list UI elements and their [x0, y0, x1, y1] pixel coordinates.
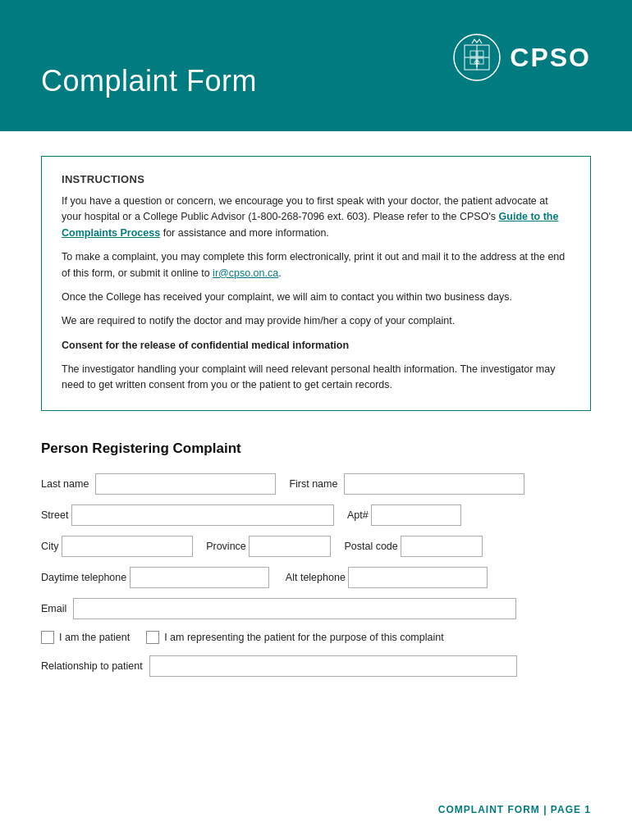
section-title: Person Registering Complaint: [41, 441, 591, 457]
patient-checkbox-group: I am the patient: [41, 631, 130, 644]
instructions-para-4: We are required to notify the doctor and…: [62, 313, 570, 329]
representing-checkbox-group: I am representing the patient for the pu…: [146, 631, 443, 644]
instructions-para-3: Once the College has received your compl…: [62, 290, 570, 305]
instructions-para2-text: To make a complaint, you may complete th…: [62, 251, 565, 278]
city-group: City: [41, 536, 193, 557]
first-name-group: First name: [289, 473, 524, 495]
page-title: Complaint Form: [41, 64, 257, 107]
last-name-group: Last name: [41, 473, 276, 495]
relationship-row: Relationship to patient: [41, 655, 591, 677]
name-row: Last name First name: [41, 473, 591, 495]
alt-tel-group: Alt telephone: [286, 567, 488, 588]
apt-input[interactable]: [371, 504, 461, 526]
patient-checkbox-label: I am the patient: [59, 632, 130, 643]
first-name-input[interactable]: [344, 473, 524, 495]
instructions-para1-text: If you have a question or concern, we en…: [62, 195, 548, 222]
svg-rect-5: [478, 51, 483, 57]
first-name-label: First name: [289, 478, 337, 490]
telephone-row: Daytime telephone Alt telephone: [41, 567, 591, 588]
instructions-para-1: If you have a question or concern, we en…: [62, 194, 570, 241]
instructions-para-6: The investigator handling your complaint…: [62, 362, 570, 394]
postal-label: Postal code: [344, 541, 397, 552]
page-footer: COMPLAINT FORM | PAGE 1: [438, 804, 591, 815]
main-content: INSTRUCTIONS If you have a question or c…: [0, 131, 632, 713]
instructions-title: INSTRUCTIONS: [62, 173, 570, 185]
street-input[interactable]: [71, 504, 334, 526]
last-name-input[interactable]: [95, 473, 276, 495]
city-input[interactable]: [62, 536, 193, 557]
svg-rect-4: [470, 51, 476, 57]
alt-tel-label: Alt telephone: [286, 572, 346, 583]
province-group: Province: [206, 536, 331, 557]
representing-checkbox-label: I am representing the patient for the pu…: [164, 632, 443, 643]
person-form: Last name First name Street Apt#: [41, 473, 591, 677]
city-label: City: [41, 541, 59, 552]
street-group: Street: [41, 504, 334, 526]
instructions-para-5: Consent for the release of confidential …: [62, 338, 570, 354]
logo-area: CPSO: [452, 25, 591, 82]
instructions-para-2: To make a complaint, you may complete th…: [62, 249, 570, 281]
patient-checkbox[interactable]: [41, 631, 54, 644]
street-label: Street: [41, 509, 68, 521]
postal-group: Postal code: [344, 536, 483, 557]
representing-checkbox[interactable]: [146, 631, 159, 644]
email-link[interactable]: ir@cpso.on.ca: [213, 267, 278, 279]
daytime-tel-input[interactable]: [130, 567, 269, 588]
relationship-input[interactable]: [149, 655, 517, 677]
street-row: Street Apt#: [41, 504, 591, 526]
postal-input[interactable]: [401, 536, 483, 557]
instructions-box: INSTRUCTIONS If you have a question or c…: [41, 156, 591, 411]
checkboxes-row: I am the patient I am representing the p…: [41, 631, 591, 644]
alt-tel-input[interactable]: [348, 567, 488, 588]
apt-label: Apt#: [347, 509, 369, 521]
province-label: Province: [206, 541, 246, 552]
last-name-label: Last name: [41, 478, 89, 490]
email-label: Email: [41, 603, 66, 614]
email-input[interactable]: [73, 598, 516, 619]
email-row: Email: [41, 598, 591, 619]
logo-text: CPSO: [510, 43, 591, 73]
daytime-tel-label: Daytime telephone: [41, 572, 126, 583]
apt-group: Apt#: [347, 504, 461, 526]
cpso-crest-icon: [452, 33, 501, 82]
daytime-group: Daytime telephone: [41, 567, 269, 588]
relationship-label: Relationship to patient: [41, 660, 143, 672]
header: Complaint Form CPSO: [0, 0, 632, 131]
city-row: City Province Postal code: [41, 536, 591, 557]
province-input[interactable]: [249, 536, 331, 557]
